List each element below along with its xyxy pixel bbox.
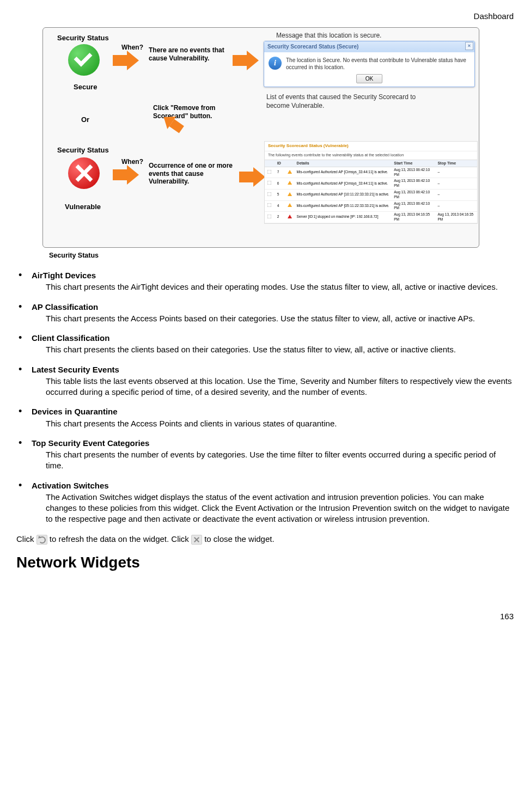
severity-icon [288, 170, 292, 174]
list-item: Devices in Quarantine This chart present… [16, 406, 514, 429]
label-message-secure: Message that this location is secure. [276, 31, 381, 40]
label-no-events: There are no events that cause Vulnerabi… [149, 46, 230, 62]
label-or: Or [81, 115, 89, 125]
row-stop: Aug 13, 2013 04:16:35 PM [436, 212, 477, 223]
label-secure: Secure [74, 82, 97, 92]
secure-dialog: Security Scorecard Status (Secure) × i T… [264, 41, 475, 87]
row-start: Aug 13, 2013 06:42:10 PM [393, 201, 436, 212]
list-item: Activation Switches The Activation Switc… [16, 480, 514, 525]
arrow-icon [239, 172, 253, 182]
row-id: 2 [276, 214, 287, 220]
row-checkbox[interactable] [267, 192, 272, 196]
arrow-icon [113, 169, 127, 180]
list-item: AP Classification This chart presents th… [16, 302, 514, 325]
ok-button[interactable]: OK [356, 74, 382, 84]
info-icon: i [269, 57, 282, 70]
security-status-figure: Security Status Secure When? There are n… [42, 27, 514, 260]
item-body: This chart presents the AirTight devices… [32, 282, 514, 292]
col-details: Details [296, 160, 393, 166]
severity-icon [288, 215, 292, 218]
item-title: Latest Security Events [32, 365, 119, 374]
dialog-title: Security Scorecard Status (Secure) × [264, 41, 474, 52]
item-title: Activation Switches [32, 481, 109, 490]
widget-list: AirTight Devices This chart presents the… [16, 270, 514, 525]
row-details: Mis-configured Authorized AP [05:11:22:3… [296, 203, 393, 209]
item-title: AP Classification [32, 302, 98, 312]
item-body: This table lists the last events observe… [32, 376, 514, 398]
panel-subtitle: The following events contribute to the v… [265, 151, 477, 160]
row-stop: – [436, 169, 477, 175]
row-id: 7 [276, 169, 287, 175]
arrow-diagonal-icon [165, 118, 186, 138]
figure-caption: Security Status [49, 251, 514, 260]
panel-table-header: ID Details Start Time Stop Time [265, 160, 477, 167]
col-id: ID [276, 160, 287, 166]
arrow-head-icon [127, 165, 139, 185]
refresh-icon[interactable] [36, 535, 47, 545]
item-body: The Activation Switches widget displays … [32, 492, 514, 525]
vulnerable-x-icon [68, 157, 100, 189]
close-icon[interactable] [191, 535, 202, 545]
label-vulnerable: Vulnerable [65, 202, 101, 212]
severity-icon [288, 203, 292, 207]
severity-icon [288, 181, 292, 185]
arrow-icon [233, 55, 247, 66]
close-icon[interactable]: × [465, 42, 473, 50]
table-row: 4Mis-configured Authorized AP [05:11:22:… [265, 201, 477, 212]
text: to close the widget. [204, 534, 274, 544]
row-checkbox[interactable] [267, 169, 272, 174]
item-title: Devices in Quarantine [32, 407, 118, 416]
row-stop: – [436, 181, 477, 187]
text: to refresh the data on the widget. Click [50, 534, 191, 544]
arrow-icon [113, 55, 127, 66]
row-start: Aug 13, 2013 04:16:35 PM [393, 212, 436, 223]
label-list-events: List of events that caused the Security … [266, 93, 430, 110]
text: Click [16, 534, 36, 544]
label-security-status-2: Security Status [57, 145, 109, 155]
row-stop: – [436, 203, 477, 209]
row-start: Aug 13, 2013 06:42:10 PM [393, 178, 436, 189]
section-heading-network-widgets: Network Widgets [16, 552, 514, 573]
row-checkbox[interactable] [267, 215, 272, 219]
col-start: Start Time [393, 160, 436, 166]
row-details: Server [ID:1] stopped on machine [IP: 19… [296, 214, 393, 220]
row-checkbox[interactable] [267, 181, 272, 185]
row-checkbox[interactable] [267, 203, 272, 207]
list-item: AirTight Devices This chart presents the… [16, 270, 514, 293]
panel-title: Security Scorecard Status (Vulnerable) [265, 142, 477, 151]
secure-check-icon [68, 44, 100, 76]
arrow-head-icon [253, 167, 265, 187]
row-details: Mis-configured Authorized AP [10:11:22:3… [296, 192, 393, 198]
item-body: This chart presents the Access Points an… [32, 418, 514, 429]
row-details: Mis-configured Authorized AP [Cimsys_33:… [296, 169, 393, 175]
item-body: This chart presents the number of events… [32, 449, 514, 472]
table-row: 7Mis-configured Authorized AP [Cimsys_33… [265, 167, 477, 179]
row-id: 4 [276, 203, 287, 209]
item-title: AirTight Devices [32, 271, 96, 280]
arrow-head-icon [247, 51, 259, 70]
severity-icon [288, 192, 292, 196]
list-item: Latest Security Events This table lists … [16, 364, 514, 398]
label-security-status-1: Security Status [57, 33, 109, 43]
list-item: Client Classification This chart present… [16, 333, 514, 356]
item-body: This chart presents the Access Points ba… [32, 313, 514, 324]
closing-instructions: Click to refresh the data on the widget.… [16, 534, 514, 545]
row-stop: – [436, 192, 477, 198]
row-id: 5 [276, 192, 287, 198]
table-row: 2Server [ID:1] stopped on machine [IP: 1… [265, 212, 477, 223]
dialog-body-text: The location is Secure. No events that c… [286, 57, 470, 71]
arrow-head-icon [127, 51, 139, 70]
col-stop: Stop Time [436, 160, 477, 166]
row-details: Mis-configured Authorized AP [Cimsys_33:… [296, 181, 393, 187]
page-header-title: Dashboard [16, 11, 514, 22]
table-row: 6Mis-configured Authorized AP [Cimsys_33… [265, 178, 477, 190]
page-number: 163 [16, 611, 514, 622]
row-id: 6 [276, 181, 287, 187]
item-title: Client Classification [32, 333, 109, 343]
row-start: Aug 13, 2013 06:42:10 PM [393, 190, 436, 200]
dialog-title-text: Security Scorecard Status (Secure) [267, 44, 358, 50]
item-title: Top Security Event Categories [32, 438, 149, 448]
diagram-container: Security Status Secure When? There are n… [42, 27, 479, 248]
list-item: Top Security Event Categories This chart… [16, 438, 514, 472]
item-body: This chart presents the clients based on… [32, 344, 514, 355]
